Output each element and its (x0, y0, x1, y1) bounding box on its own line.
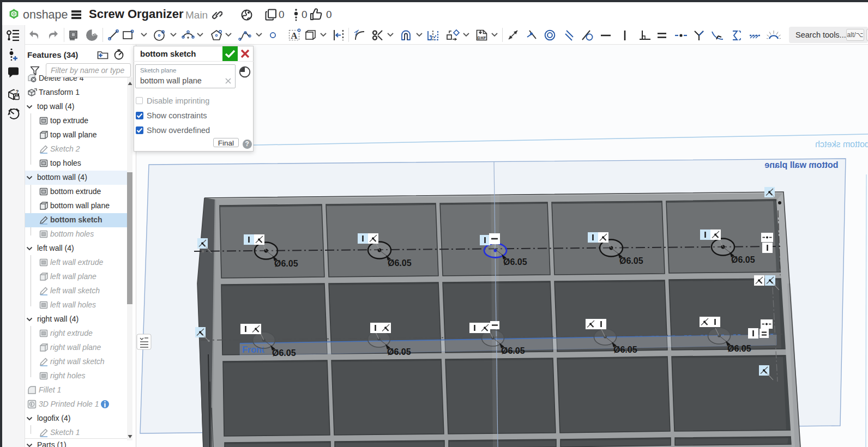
svg-text:A: A (291, 31, 298, 41)
svg-text:Ø6.05: Ø6.05 (274, 259, 298, 268)
svg-text:Ø6.05: Ø6.05 (613, 345, 637, 354)
svg-text:Ø6.05: Ø6.05 (619, 256, 643, 265)
svg-text:Ø6.05: Ø6.05 (387, 347, 411, 357)
svg-text:bottom sketch: bottom sketch (815, 140, 868, 149)
svg-text:DXF: DXF (478, 35, 486, 40)
svg-text:bottom wall plane: bottom wall plane (764, 160, 838, 170)
svg-text:Ø6.05: Ø6.05 (501, 346, 525, 355)
svg-text:Ø6.05: Ø6.05 (272, 348, 296, 358)
svg-text:Ø6.05: Ø6.05 (388, 258, 412, 268)
svg-text:Ø6.05: Ø6.05 (731, 255, 755, 264)
svg-text:?: ? (16, 89, 19, 94)
svg-text:Ø6.05: Ø6.05 (727, 344, 751, 353)
svg-text:Ø6.05: Ø6.05 (503, 257, 527, 267)
